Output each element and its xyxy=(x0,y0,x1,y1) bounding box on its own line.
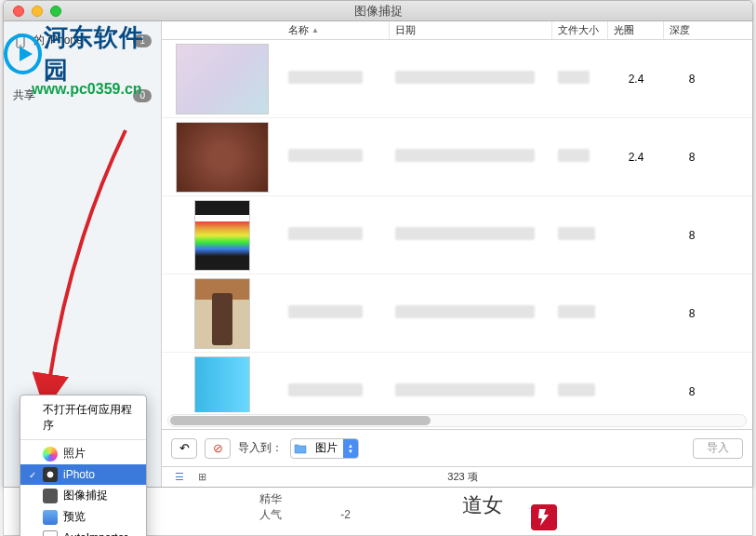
rotate-icon: ↶ xyxy=(179,441,190,455)
grid-view-button[interactable]: ⊞ xyxy=(193,471,210,484)
horizontal-scrollbar[interactable] xyxy=(167,414,747,427)
col-aperture[interactable]: 光圈 xyxy=(608,21,664,39)
table-row[interactable]: 8 xyxy=(162,196,752,275)
iphoto-app-icon xyxy=(43,467,58,482)
close-button[interactable] xyxy=(13,6,24,17)
col-date[interactable]: 日期 xyxy=(390,21,552,39)
size-redacted xyxy=(558,305,595,318)
traffic-lights xyxy=(4,6,61,17)
column-headers: 名称▲ 日期 文件大小 光圈 深度 xyxy=(162,21,752,40)
window-title: 图像捕捉 xyxy=(4,3,752,20)
zoom-button[interactable] xyxy=(50,6,61,17)
grid-icon: ⊞ xyxy=(198,471,206,483)
sort-indicator-icon: ▲ xyxy=(312,26,319,34)
share-badge: 0 xyxy=(133,89,152,102)
list-icon: ☰ xyxy=(175,471,184,483)
date-redacted xyxy=(395,227,535,240)
app-select-dropdown[interactable]: 不打开任何应用程序 照片 ✓ iPhoto 图像捕捉 预览 AutoImport… xyxy=(20,395,147,536)
pictures-folder-icon xyxy=(291,439,310,458)
sidebar-item-device[interactable]: 的 iPhone 1 xyxy=(4,29,161,52)
thumbnail[interactable] xyxy=(194,356,250,413)
dropdown-separator xyxy=(20,439,146,440)
iphone-icon xyxy=(13,34,28,48)
dropdown-item-photos[interactable]: 照片 xyxy=(20,443,146,464)
depth-value: 8 xyxy=(664,307,720,320)
depth-value: 8 xyxy=(664,385,720,398)
col-name[interactable]: 名称▲ xyxy=(283,21,390,39)
filename-redacted xyxy=(288,149,363,162)
date-redacted xyxy=(395,149,535,162)
filename-redacted xyxy=(288,305,363,318)
main-pane: 名称▲ 日期 文件大小 光圈 深度 2.4 8 xyxy=(162,21,752,487)
table-row[interactable]: 8 xyxy=(162,353,752,412)
sidebar-device-label: 的 iPhone xyxy=(33,33,83,48)
import-to-label: 导入到： xyxy=(238,440,283,456)
destination-value: 图片 xyxy=(310,440,343,456)
date-redacted xyxy=(395,305,535,318)
dropdown-item-iphoto[interactable]: ✓ iPhoto xyxy=(20,464,146,485)
file-list[interactable]: 2.4 8 2.4 8 8 xyxy=(162,40,752,412)
autoimporter-app-icon xyxy=(43,530,58,536)
device-badge: 1 xyxy=(133,34,152,47)
thumbnail[interactable] xyxy=(176,122,269,193)
table-row[interactable]: 8 xyxy=(162,275,752,353)
date-redacted xyxy=(395,71,535,84)
item-count: 323 项 xyxy=(210,470,715,484)
col-depth[interactable]: 深度 xyxy=(664,21,720,39)
list-view-button[interactable]: ☰ xyxy=(171,471,188,484)
filename-redacted xyxy=(288,383,363,396)
filename-redacted xyxy=(288,71,363,84)
thumbnail[interactable] xyxy=(194,278,250,349)
no-entry-icon: ⊘ xyxy=(213,441,223,455)
titlebar[interactable]: 图像捕捉 xyxy=(4,1,752,21)
dropdown-item-preview[interactable]: 预览 xyxy=(20,506,146,528)
thumbnail[interactable] xyxy=(176,44,269,114)
toolbar: ↶ ⊘ 导入到： 图片 ▲▼ 导入 xyxy=(162,429,752,466)
size-redacted xyxy=(558,227,595,240)
image-capture-app-icon xyxy=(43,489,58,503)
depth-value: 8 xyxy=(664,73,720,86)
size-redacted xyxy=(558,71,590,84)
col-size[interactable]: 文件大小 xyxy=(552,21,608,39)
minimize-button[interactable] xyxy=(32,6,43,17)
thumbnail[interactable] xyxy=(194,200,250,271)
photos-app-icon xyxy=(43,447,58,462)
check-icon: ✓ xyxy=(28,470,37,480)
col-thumb[interactable] xyxy=(162,21,283,39)
import-button[interactable]: 导入 xyxy=(693,438,743,459)
scrollbar-thumb[interactable] xyxy=(170,416,431,425)
size-redacted xyxy=(558,383,595,396)
dropdown-item-autoimporter[interactable]: AutoImporter xyxy=(20,528,146,536)
dropdown-item-no-app[interactable]: 不打开任何应用程序 xyxy=(20,399,146,436)
sidebar-share-label: 共享 xyxy=(13,87,35,103)
delete-button[interactable]: ⊘ xyxy=(205,438,231,459)
aperture-value: 2.4 xyxy=(608,151,664,164)
svg-point-1 xyxy=(20,45,21,47)
depth-value: 8 xyxy=(664,229,720,242)
depth-value: 8 xyxy=(664,151,720,164)
size-redacted xyxy=(558,149,590,162)
preview-app-icon xyxy=(43,510,58,525)
flash-icon xyxy=(531,504,557,530)
table-row[interactable]: 2.4 8 xyxy=(162,40,752,118)
statusbar: ☰ ⊞ 323 项 xyxy=(162,466,752,487)
filename-redacted xyxy=(288,227,363,240)
table-row[interactable]: 2.4 8 xyxy=(162,118,752,196)
aperture-value: 2.4 xyxy=(608,73,664,86)
sidebar-item-share[interactable]: 共享 0 xyxy=(4,84,161,107)
dropdown-item-image-capture[interactable]: 图像捕捉 xyxy=(20,485,146,506)
date-redacted xyxy=(395,383,535,396)
destination-select[interactable]: 图片 ▲▼ xyxy=(290,438,359,459)
view-toggle: ☰ ⊞ xyxy=(171,471,210,484)
rotate-button[interactable]: ↶ xyxy=(171,438,197,459)
select-arrows-icon: ▲▼ xyxy=(343,439,358,458)
